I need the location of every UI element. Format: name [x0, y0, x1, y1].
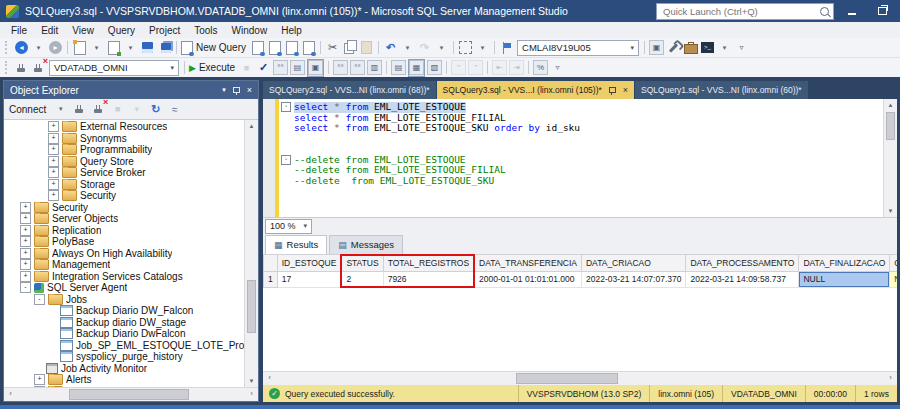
- cell-caractere-inativ[interactable]: NULL: [890, 271, 897, 287]
- column-header-data-criacao[interactable]: DATA_CRIACAO: [581, 255, 685, 272]
- quick-launch-box[interactable]: [656, 3, 834, 20]
- scroll-right-icon[interactable]: ›: [884, 372, 897, 385]
- tree-item-alerts[interactable]: +Alerts: [4, 374, 244, 386]
- debug-target-combo[interactable]: CMLAI8V19U05▾: [517, 40, 639, 56]
- dmx-query-icon[interactable]: [284, 40, 299, 56]
- connect-button[interactable]: Connect: [9, 104, 46, 115]
- save-all-icon[interactable]: [157, 40, 172, 56]
- tree-item-syspolicy-purge-history[interactable]: syspolicy_purge_history: [4, 351, 244, 363]
- activity-icon[interactable]: ≈: [167, 101, 182, 117]
- tree-expand-icon[interactable]: +: [48, 167, 59, 178]
- restore-button[interactable]: [870, 0, 894, 22]
- specify-values-icon[interactable]: °°: [333, 60, 348, 76]
- cancel-query-icon[interactable]: ■: [239, 60, 254, 76]
- tree-item-sql-server-agent[interactable]: -SQL Server Agent: [4, 282, 244, 294]
- results-horizontal-scrollbar[interactable]: ‹ ›: [263, 371, 897, 385]
- search-icon[interactable]: [820, 7, 829, 16]
- copy-icon[interactable]: [342, 40, 357, 56]
- tree-item-replication[interactable]: +Replication: [4, 225, 244, 237]
- change-connection-icon[interactable]: [14, 60, 29, 76]
- results-grid-pane[interactable]: ID_ESTOQUESTATUSTOTAL_REGISTROSDATA_TRAN…: [263, 254, 897, 372]
- tree-expand-icon[interactable]: +: [20, 236, 31, 247]
- refresh-icon[interactable]: ↻: [148, 101, 163, 117]
- indent-icon[interactable]: ⇥: [509, 60, 524, 76]
- tree-expand-icon[interactable]: +: [34, 374, 45, 385]
- scroll-left-icon[interactable]: ‹: [4, 388, 17, 401]
- tree-item-query-store[interactable]: +Query Store: [4, 156, 244, 168]
- filter-icon[interactable]: ▼: [129, 101, 144, 117]
- outdent-icon[interactable]: ⇤: [492, 60, 507, 76]
- tree-expand-icon[interactable]: +: [20, 213, 31, 224]
- minimize-button[interactable]: [840, 0, 864, 22]
- results-to-text-icon[interactable]: ▤: [391, 60, 406, 76]
- undo-icon[interactable]: ↶: [383, 40, 398, 56]
- pin-icon[interactable]: [609, 87, 616, 93]
- object-explorer-tree[interactable]: +External Resources+Synonyms+Programmabi…: [4, 119, 258, 387]
- tree-vertical-scrollbar[interactable]: ▲ ▼: [244, 120, 258, 387]
- menu-query[interactable]: Query: [101, 25, 142, 36]
- tree-expand-icon[interactable]: +: [20, 248, 31, 259]
- scroll-thumb[interactable]: [516, 373, 618, 384]
- column-header-caractere-inativ[interactable]: CARACTERE_INATIV: [890, 255, 897, 272]
- results-grid[interactable]: ID_ESTOQUESTATUSTOTAL_REGISTROSDATA_TRAN…: [263, 254, 897, 289]
- menu-project[interactable]: Project: [142, 25, 187, 36]
- menu-edit[interactable]: Edit: [34, 25, 65, 36]
- cell-id-estoque[interactable]: 17: [277, 271, 341, 287]
- menu-help[interactable]: Help: [274, 25, 309, 36]
- row-header-cell[interactable]: 1: [264, 271, 278, 287]
- selection-box-icon[interactable]: [458, 40, 473, 56]
- scroll-thumb[interactable]: [69, 389, 189, 400]
- change-connection-x-icon[interactable]: ×: [31, 60, 46, 76]
- add-item-caret-icon[interactable]: ▾: [123, 40, 138, 56]
- toolbar2-overflow-icon[interactable]: ▿: [550, 60, 565, 76]
- connect-caret-icon[interactable]: ▾: [53, 101, 68, 117]
- toolbox-icon[interactable]: [683, 40, 698, 56]
- include-client-statistics-icon[interactable]: ▥: [367, 60, 382, 76]
- tree-item-external-resources[interactable]: +External Resources: [4, 121, 244, 133]
- menu-view[interactable]: View: [65, 25, 101, 36]
- scroll-down-icon[interactable]: ▼: [884, 205, 897, 217]
- tree-item-jobs[interactable]: -Jobs: [4, 294, 244, 306]
- menu-tools[interactable]: Tools: [187, 25, 224, 36]
- results-to-grid-icon[interactable]: ▦: [408, 59, 425, 77]
- close-icon[interactable]: ×: [623, 86, 628, 95]
- execute-button[interactable]: ▶Execute: [189, 60, 237, 76]
- tree-expand-icon[interactable]: +: [20, 259, 31, 270]
- tree-item-service-broker[interactable]: +Service Broker: [4, 167, 244, 179]
- selection-caret-icon[interactable]: ▾: [475, 40, 490, 56]
- xmla-query-icon[interactable]: [301, 40, 316, 56]
- chevron-down-icon[interactable]: ▾: [170, 64, 174, 72]
- tree-expand-icon[interactable]: +: [48, 156, 59, 167]
- results-to-file-icon[interactable]: ▧: [427, 60, 442, 76]
- scroll-up-icon[interactable]: ▲: [884, 99, 897, 111]
- query-options-icon[interactable]: ▤: [290, 60, 305, 76]
- scroll-thumb[interactable]: [886, 112, 895, 140]
- object-explorer-header[interactable]: Object Explorer ▾ ×: [4, 81, 258, 99]
- tree-expand-icon[interactable]: +: [48, 121, 59, 132]
- redo-caret-icon[interactable]: ▾: [434, 40, 449, 56]
- cell-data-finalizacao[interactable]: NULL: [799, 271, 890, 287]
- command-window-icon[interactable]: >_: [700, 40, 715, 56]
- parse-icon[interactable]: ✓: [256, 60, 271, 76]
- tree-item-management[interactable]: +Management: [4, 259, 244, 271]
- cell-status[interactable]: 2: [341, 271, 383, 287]
- properties-wrench-icon[interactable]: [666, 40, 681, 56]
- results-tab-results[interactable]: ▦Results: [265, 235, 327, 254]
- nav-back-icon[interactable]: ◂: [14, 40, 29, 56]
- tree-expand-icon[interactable]: -: [34, 294, 45, 305]
- stop-icon[interactable]: ■: [110, 101, 125, 117]
- nav-back-caret-icon[interactable]: ▾: [31, 40, 46, 56]
- column-header-data-transferencia[interactable]: DATA_TRANSFERENCIA: [474, 255, 581, 272]
- uncomment-icon[interactable]: ": [468, 60, 483, 76]
- tree-item-polybase[interactable]: +PolyBase: [4, 236, 244, 248]
- mdx-query-icon[interactable]: [267, 40, 282, 56]
- cell-data-transferencia[interactable]: 2000-01-01 01:01:01.000: [474, 271, 581, 287]
- add-item-icon[interactable]: [106, 40, 121, 56]
- tree-expand-icon[interactable]: -: [20, 282, 31, 293]
- column-header-data-processamento[interactable]: DATA_PROCESSAMENTO: [686, 255, 799, 272]
- menu-window[interactable]: Window: [225, 25, 275, 36]
- tree-expand-icon[interactable]: +: [20, 271, 31, 282]
- debug-flag-icon[interactable]: [499, 40, 514, 56]
- new-query-button[interactable]: New Query: [181, 40, 248, 56]
- editor-vertical-scrollbar[interactable]: ▲ ▼: [883, 99, 897, 217]
